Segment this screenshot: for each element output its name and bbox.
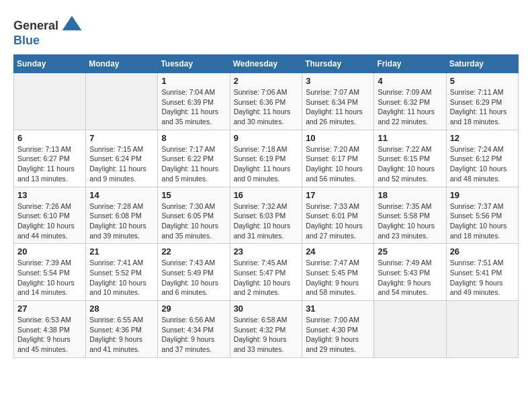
day-number: 22 [161,246,226,257]
sunset: Sunset: 6:22 PM [161,154,214,163]
day-cell: 12 Sunrise: 7:24 AM Sunset: 6:12 PM Dayl… [446,130,518,187]
day-cell: 2 Sunrise: 7:06 AM Sunset: 6:36 PM Dayli… [230,73,302,130]
day-info: Sunrise: 7:45 AM Sunset: 5:47 PM Dayligh… [234,258,299,298]
sunrise: Sunrise: 6:58 AM [234,316,287,324]
sunrise: Sunrise: 7:30 AM [161,202,215,210]
day-number: 18 [378,190,442,200]
sunrise: Sunrise: 7:26 AM [17,202,71,210]
daylight: Daylight: 11 hours and 0 minutes. [234,165,291,183]
daylight: Daylight: 9 hours and 49 minutes. [450,279,503,297]
sunset: Sunset: 6:27 PM [17,154,70,163]
day-number: 8 [161,133,226,143]
sunrise: Sunrise: 7:28 AM [89,202,143,210]
logo-icon [60,13,84,38]
day-cell: 9 Sunrise: 7:18 AM Sunset: 6:19 PM Dayli… [230,130,302,187]
day-info: Sunrise: 7:18 AM Sunset: 6:19 PM Dayligh… [234,144,299,184]
daylight: Daylight: 11 hours and 22 minutes. [378,107,435,126]
daylight: Daylight: 10 hours and 44 minutes. [17,222,75,240]
logo: General Blue [13,13,85,48]
header-row: SundayMondayTuesdayWednesdayThursdayFrid… [14,55,519,73]
day-number: 28 [89,304,154,314]
sunset: Sunset: 6:08 PM [89,212,142,220]
sunset: Sunset: 4:30 PM [306,326,358,334]
day-info: Sunrise: 7:49 AM Sunset: 5:43 PM Dayligh… [378,258,442,298]
daylight: Daylight: 10 hours and 48 minutes. [450,165,507,183]
daylight: Daylight: 11 hours and 35 minutes. [161,107,218,126]
daylight: Daylight: 10 hours and 56 minutes. [306,165,363,183]
sunset: Sunset: 5:54 PM [17,269,70,277]
day-cell: 15 Sunrise: 7:30 AM Sunset: 6:05 PM Dayl… [158,187,230,244]
sunset: Sunset: 4:32 PM [234,326,286,334]
day-number: 24 [306,246,370,257]
sunset: Sunset: 6:32 PM [378,98,430,106]
day-number: 7 [89,133,154,143]
sunrise: Sunrise: 7:47 AM [306,259,359,267]
daylight: Daylight: 11 hours and 13 minutes. [17,165,75,183]
sunset: Sunset: 5:43 PM [378,269,430,277]
week-row-4: 20 Sunrise: 7:39 AM Sunset: 5:54 PM Dayl… [14,244,519,301]
day-info: Sunrise: 7:04 AM Sunset: 6:39 PM Dayligh… [161,87,226,127]
day-info: Sunrise: 7:41 AM Sunset: 5:52 PM Dayligh… [89,258,154,298]
sunrise: Sunrise: 7:32 AM [234,202,287,210]
daylight: Daylight: 9 hours and 54 minutes. [378,279,431,297]
day-cell: 3 Sunrise: 7:07 AM Sunset: 6:34 PM Dayli… [302,73,374,130]
sunrise: Sunrise: 7:22 AM [378,145,431,153]
day-header-wednesday: Wednesday [230,55,302,73]
day-cell: 1 Sunrise: 7:04 AM Sunset: 6:39 PM Dayli… [158,73,230,130]
sunset: Sunset: 6:17 PM [306,154,358,163]
sunrise: Sunrise: 7:17 AM [161,145,215,153]
day-cell [446,301,518,358]
day-number: 5 [450,76,515,86]
day-number: 23 [234,246,299,257]
day-info: Sunrise: 7:39 AM Sunset: 5:54 PM Dayligh… [17,258,82,298]
day-info: Sunrise: 7:11 AM Sunset: 6:29 PM Dayligh… [450,87,515,127]
sunset: Sunset: 5:52 PM [89,269,142,277]
week-row-2: 6 Sunrise: 7:13 AM Sunset: 6:27 PM Dayli… [14,130,519,187]
day-cell: 8 Sunrise: 7:17 AM Sunset: 6:22 PM Dayli… [158,130,230,187]
day-cell: 5 Sunrise: 7:11 AM Sunset: 6:29 PM Dayli… [446,73,518,130]
day-number: 2 [234,76,299,86]
daylight: Daylight: 10 hours and 10 minutes. [89,279,146,297]
day-cell: 4 Sunrise: 7:09 AM Sunset: 6:32 PM Dayli… [374,73,446,130]
day-info: Sunrise: 7:33 AM Sunset: 6:01 PM Dayligh… [306,201,370,241]
daylight: Daylight: 10 hours and 35 minutes. [161,222,218,240]
day-number: 17 [306,190,370,200]
day-cell: 20 Sunrise: 7:39 AM Sunset: 5:54 PM Dayl… [14,244,86,301]
sunrise: Sunrise: 7:06 AM [234,88,287,96]
sunset: Sunset: 6:12 PM [450,154,502,163]
day-number: 31 [306,304,370,314]
day-info: Sunrise: 7:37 AM Sunset: 5:56 PM Dayligh… [450,201,515,241]
daylight: Daylight: 10 hours and 52 minutes. [378,165,435,183]
day-number: 25 [378,246,442,257]
day-info: Sunrise: 7:28 AM Sunset: 6:08 PM Dayligh… [89,201,154,241]
day-header-sunday: Sunday [14,55,86,73]
sunrise: Sunrise: 7:24 AM [450,145,504,153]
daylight: Daylight: 10 hours and 6 minutes. [161,279,218,297]
sunrise: Sunrise: 7:51 AM [450,259,504,267]
day-cell: 11 Sunrise: 7:22 AM Sunset: 6:15 PM Dayl… [374,130,446,187]
day-info: Sunrise: 7:22 AM Sunset: 6:15 PM Dayligh… [378,144,442,184]
day-cell: 21 Sunrise: 7:41 AM Sunset: 5:52 PM Dayl… [86,244,158,301]
week-row-1: 1 Sunrise: 7:04 AM Sunset: 6:39 PM Dayli… [14,73,519,130]
sunset: Sunset: 5:41 PM [450,269,502,277]
sunrise: Sunrise: 7:07 AM [306,88,359,96]
calendar-table: SundayMondayTuesdayWednesdayThursdayFrid… [13,54,519,358]
sunrise: Sunrise: 7:41 AM [89,259,143,267]
sunset: Sunset: 5:58 PM [378,212,430,220]
day-number: 29 [161,304,226,314]
day-number: 11 [378,133,442,143]
day-number: 30 [234,304,299,314]
svg-marker-0 [62,16,82,31]
day-info: Sunrise: 7:15 AM Sunset: 6:24 PM Dayligh… [89,144,154,184]
day-number: 6 [17,133,82,143]
day-info: Sunrise: 7:47 AM Sunset: 5:45 PM Dayligh… [306,258,370,298]
sunrise: Sunrise: 7:33 AM [306,202,359,210]
day-number: 21 [89,246,154,257]
daylight: Daylight: 10 hours and 39 minutes. [89,222,146,240]
logo-general-text: General [13,19,58,33]
day-info: Sunrise: 7:35 AM Sunset: 5:58 PM Dayligh… [378,201,442,241]
day-number: 19 [450,190,515,200]
sunset: Sunset: 6:36 PM [234,98,286,106]
day-cell: 18 Sunrise: 7:35 AM Sunset: 5:58 PM Dayl… [374,187,446,244]
day-cell: 27 Sunrise: 6:53 AM Sunset: 4:38 PM Dayl… [14,301,86,358]
